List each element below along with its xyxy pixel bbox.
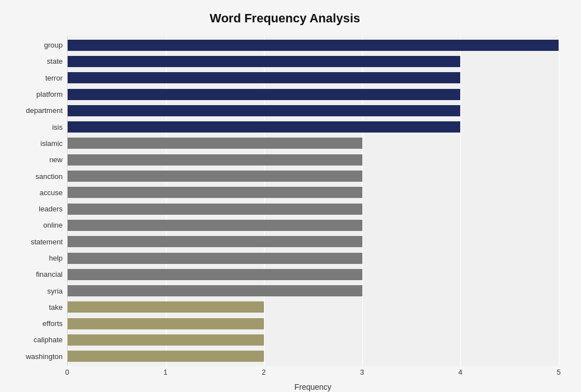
x-tick: 1 [163, 368, 167, 376]
y-label: help [11, 251, 67, 266]
bar [68, 253, 362, 264]
bars-area [67, 36, 559, 366]
y-label: group [11, 38, 67, 53]
bar-row [68, 120, 559, 134]
y-label: state [11, 54, 67, 69]
bar-row [68, 300, 559, 314]
y-label: washington [11, 349, 67, 363]
y-label: islamic [11, 136, 67, 150]
bar-row [68, 88, 559, 101]
bar-row [68, 186, 559, 199]
y-label: isis [11, 120, 67, 134]
y-label: department [11, 103, 67, 118]
bar [68, 269, 362, 280]
bar [68, 285, 362, 296]
bar-row [68, 350, 559, 363]
bar-row [68, 104, 559, 117]
bar-row [68, 55, 559, 68]
chart-area: groupstateterrorplatformdepartmentisisis… [11, 36, 559, 366]
bar [68, 89, 460, 100]
bar-row [68, 317, 559, 330]
y-label: take [11, 300, 67, 314]
bar-row [68, 169, 559, 183]
bar-row [68, 153, 559, 167]
y-label: online [11, 218, 67, 233]
bar-row [68, 284, 559, 297]
bar [68, 187, 362, 198]
bar [68, 301, 264, 313]
y-label: leaders [11, 202, 67, 216]
y-label: terror [11, 70, 67, 85]
bar-row [68, 252, 559, 265]
x-tick: 4 [459, 368, 462, 376]
bar [68, 204, 362, 215]
bar-row [68, 235, 559, 248]
bar [68, 105, 460, 116]
bar-row [68, 71, 559, 84]
x-tick: 0 [65, 368, 69, 376]
x-axis-labels: 012345 [67, 368, 559, 379]
bar [68, 72, 460, 83]
bar [68, 220, 362, 231]
y-label: statement [11, 234, 67, 249]
y-label: new [11, 153, 67, 167]
bar [68, 171, 362, 182]
bar [68, 236, 362, 247]
y-label: financial [11, 267, 67, 282]
bar-row [68, 136, 559, 150]
bar [68, 40, 559, 51]
bar [68, 138, 362, 149]
bar-row [68, 333, 559, 347]
y-label: efforts [11, 317, 67, 331]
y-labels: groupstateterrorplatformdepartmentisisis… [11, 36, 67, 366]
bar-row [68, 219, 559, 232]
bar [68, 334, 264, 346]
bar [68, 154, 362, 166]
x-tick: 2 [262, 368, 266, 376]
bar-row [68, 39, 559, 52]
y-label: sanction [11, 169, 67, 183]
bar [68, 121, 460, 133]
y-label: platform [11, 87, 67, 102]
chart-container: Word Frequency Analysis groupstateterror… [0, 0, 581, 392]
bar-row [68, 202, 559, 216]
bars-inner [68, 36, 559, 366]
x-axis-area: 012345 [11, 368, 559, 379]
gridline [559, 36, 559, 366]
y-label: accuse [11, 185, 67, 200]
chart-title: Word Frequency Analysis [11, 11, 559, 26]
y-label: syria [11, 284, 67, 298]
y-label: caliphate [11, 333, 67, 347]
x-tick: 3 [360, 368, 364, 376]
bar [68, 351, 264, 362]
bar [68, 56, 460, 67]
x-axis-title: Frequency [67, 382, 559, 391]
bar [68, 318, 264, 329]
x-tick: 5 [556, 368, 560, 376]
bar-row [68, 268, 559, 281]
